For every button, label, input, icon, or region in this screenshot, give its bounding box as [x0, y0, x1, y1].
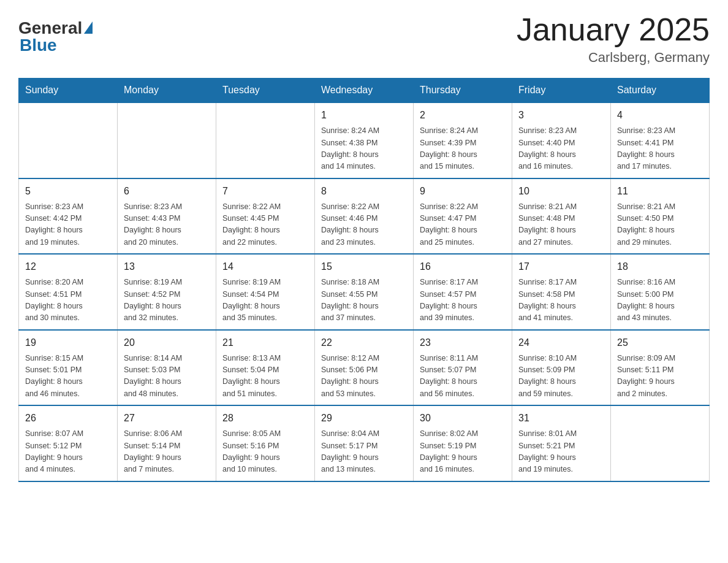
- day-of-week-header: Saturday: [611, 79, 710, 103]
- day-info: Sunrise: 8:07 AM Sunset: 5:12 PM Dayligh…: [25, 428, 111, 476]
- calendar-cell: 26Sunrise: 8:07 AM Sunset: 5:12 PM Dayli…: [19, 405, 118, 481]
- calendar-header-row: SundayMondayTuesdayWednesdayThursdayFrid…: [19, 79, 710, 103]
- day-number: 16: [420, 259, 506, 274]
- day-number: 5: [25, 184, 111, 199]
- calendar-cell: 25Sunrise: 8:09 AM Sunset: 5:11 PM Dayli…: [611, 330, 710, 406]
- calendar-cell: 2Sunrise: 8:24 AM Sunset: 4:39 PM Daylig…: [414, 102, 512, 178]
- day-info: Sunrise: 8:22 AM Sunset: 4:46 PM Dayligh…: [321, 201, 407, 249]
- day-number: 10: [518, 184, 604, 199]
- calendar-cell: 22Sunrise: 8:12 AM Sunset: 5:06 PM Dayli…: [315, 330, 414, 406]
- title-section: January 2025 Carlsberg, Germany: [517, 12, 710, 66]
- day-number: 28: [222, 411, 308, 426]
- calendar-cell: 12Sunrise: 8:20 AM Sunset: 4:51 PM Dayli…: [19, 254, 118, 330]
- day-info: Sunrise: 8:10 AM Sunset: 5:09 PM Dayligh…: [518, 353, 604, 400]
- day-info: Sunrise: 8:17 AM Sunset: 4:57 PM Dayligh…: [420, 277, 506, 324]
- day-info: Sunrise: 8:15 AM Sunset: 5:01 PM Dayligh…: [25, 353, 111, 400]
- day-info: Sunrise: 8:22 AM Sunset: 4:45 PM Dayligh…: [222, 201, 308, 249]
- day-of-week-header: Friday: [512, 79, 611, 103]
- calendar-cell: 6Sunrise: 8:23 AM Sunset: 4:43 PM Daylig…: [118, 178, 216, 255]
- calendar-cell: 9Sunrise: 8:22 AM Sunset: 4:47 PM Daylig…: [414, 178, 512, 255]
- day-of-week-header: Sunday: [19, 79, 118, 103]
- day-number: 1: [321, 108, 407, 123]
- calendar-cell: 16Sunrise: 8:17 AM Sunset: 4:57 PM Dayli…: [414, 254, 512, 330]
- day-info: Sunrise: 8:18 AM Sunset: 4:55 PM Dayligh…: [321, 277, 407, 324]
- calendar-cell: 10Sunrise: 8:21 AM Sunset: 4:48 PM Dayli…: [512, 178, 611, 255]
- logo-triangle-icon: [84, 21, 93, 34]
- calendar-cell: 23Sunrise: 8:11 AM Sunset: 5:07 PM Dayli…: [414, 330, 512, 406]
- day-info: Sunrise: 8:17 AM Sunset: 4:58 PM Dayligh…: [518, 277, 604, 324]
- calendar-cell: 24Sunrise: 8:10 AM Sunset: 5:09 PM Dayli…: [512, 330, 611, 406]
- day-info: Sunrise: 8:23 AM Sunset: 4:42 PM Dayligh…: [25, 201, 111, 249]
- month-title: January 2025: [517, 12, 710, 47]
- day-of-week-header: Monday: [118, 79, 216, 103]
- calendar-cell: 19Sunrise: 8:15 AM Sunset: 5:01 PM Dayli…: [19, 330, 118, 406]
- day-info: Sunrise: 8:01 AM Sunset: 5:21 PM Dayligh…: [518, 428, 604, 476]
- calendar-table: SundayMondayTuesdayWednesdayThursdayFrid…: [18, 78, 710, 482]
- day-number: 13: [124, 259, 210, 274]
- calendar-cell: [118, 102, 216, 178]
- day-of-week-header: Tuesday: [216, 79, 315, 103]
- calendar-week-row: 5Sunrise: 8:23 AM Sunset: 4:42 PM Daylig…: [19, 178, 710, 255]
- day-number: 26: [25, 411, 111, 426]
- day-info: Sunrise: 8:21 AM Sunset: 4:48 PM Dayligh…: [518, 201, 604, 249]
- day-number: 23: [420, 335, 506, 350]
- day-info: Sunrise: 8:05 AM Sunset: 5:16 PM Dayligh…: [222, 428, 308, 476]
- day-number: 6: [124, 184, 210, 199]
- day-number: 27: [124, 411, 210, 426]
- calendar-cell: 28Sunrise: 8:05 AM Sunset: 5:16 PM Dayli…: [216, 405, 315, 481]
- day-number: 22: [321, 335, 407, 350]
- day-info: Sunrise: 8:14 AM Sunset: 5:03 PM Dayligh…: [124, 353, 210, 400]
- day-info: Sunrise: 8:23 AM Sunset: 4:41 PM Dayligh…: [617, 125, 703, 173]
- calendar-cell: 14Sunrise: 8:19 AM Sunset: 4:54 PM Dayli…: [216, 254, 315, 330]
- calendar-cell: 30Sunrise: 8:02 AM Sunset: 5:19 PM Dayli…: [414, 405, 512, 481]
- day-number: 17: [518, 259, 604, 274]
- calendar-cell: 31Sunrise: 8:01 AM Sunset: 5:21 PM Dayli…: [512, 405, 611, 481]
- day-number: 30: [420, 411, 506, 426]
- calendar-week-row: 1Sunrise: 8:24 AM Sunset: 4:38 PM Daylig…: [19, 102, 710, 178]
- day-number: 18: [617, 259, 703, 274]
- calendar-cell: [19, 102, 118, 178]
- day-number: 31: [518, 411, 604, 426]
- calendar-cell: 27Sunrise: 8:06 AM Sunset: 5:14 PM Dayli…: [118, 405, 216, 481]
- calendar-cell: [611, 405, 710, 481]
- day-info: Sunrise: 8:24 AM Sunset: 4:39 PM Dayligh…: [420, 125, 506, 173]
- day-info: Sunrise: 8:02 AM Sunset: 5:19 PM Dayligh…: [420, 428, 506, 476]
- day-info: Sunrise: 8:20 AM Sunset: 4:51 PM Dayligh…: [25, 277, 111, 324]
- day-number: 21: [222, 335, 308, 350]
- calendar-cell: 13Sunrise: 8:19 AM Sunset: 4:52 PM Dayli…: [118, 254, 216, 330]
- calendar-cell: 21Sunrise: 8:13 AM Sunset: 5:04 PM Dayli…: [216, 330, 315, 406]
- day-number: 12: [25, 259, 111, 274]
- day-info: Sunrise: 8:19 AM Sunset: 4:52 PM Dayligh…: [124, 277, 210, 324]
- calendar-cell: 18Sunrise: 8:16 AM Sunset: 5:00 PM Dayli…: [611, 254, 710, 330]
- day-info: Sunrise: 8:23 AM Sunset: 4:43 PM Dayligh…: [124, 201, 210, 249]
- calendar-cell: 20Sunrise: 8:14 AM Sunset: 5:03 PM Dayli…: [118, 330, 216, 406]
- day-number: 24: [518, 335, 604, 350]
- day-number: 20: [124, 335, 210, 350]
- page-header: General Blue January 2025 Carlsberg, Ger…: [18, 12, 710, 66]
- day-info: Sunrise: 8:06 AM Sunset: 5:14 PM Dayligh…: [124, 428, 210, 476]
- calendar-cell: [216, 102, 315, 178]
- day-info: Sunrise: 8:04 AM Sunset: 5:17 PM Dayligh…: [321, 428, 407, 476]
- day-number: 3: [518, 108, 604, 123]
- day-info: Sunrise: 8:22 AM Sunset: 4:47 PM Dayligh…: [420, 201, 506, 249]
- calendar-cell: 5Sunrise: 8:23 AM Sunset: 4:42 PM Daylig…: [19, 178, 118, 255]
- day-info: Sunrise: 8:13 AM Sunset: 5:04 PM Dayligh…: [222, 353, 308, 400]
- day-info: Sunrise: 8:23 AM Sunset: 4:40 PM Dayligh…: [518, 125, 604, 173]
- day-number: 11: [617, 184, 703, 199]
- calendar-cell: 1Sunrise: 8:24 AM Sunset: 4:38 PM Daylig…: [315, 102, 414, 178]
- calendar-cell: 17Sunrise: 8:17 AM Sunset: 4:58 PM Dayli…: [512, 254, 611, 330]
- day-info: Sunrise: 8:11 AM Sunset: 5:07 PM Dayligh…: [420, 353, 506, 400]
- day-number: 25: [617, 335, 703, 350]
- day-of-week-header: Wednesday: [315, 79, 414, 103]
- day-number: 7: [222, 184, 308, 199]
- calendar-week-row: 12Sunrise: 8:20 AM Sunset: 4:51 PM Dayli…: [19, 254, 710, 330]
- day-number: 9: [420, 184, 506, 199]
- calendar-week-row: 26Sunrise: 8:07 AM Sunset: 5:12 PM Dayli…: [19, 405, 710, 481]
- day-number: 29: [321, 411, 407, 426]
- day-info: Sunrise: 8:16 AM Sunset: 5:00 PM Dayligh…: [617, 277, 703, 324]
- logo-blue-text: Blue: [20, 36, 57, 55]
- logo: General Blue: [18, 18, 93, 55]
- calendar-cell: 11Sunrise: 8:21 AM Sunset: 4:50 PM Dayli…: [611, 178, 710, 255]
- day-info: Sunrise: 8:09 AM Sunset: 5:11 PM Dayligh…: [617, 353, 703, 400]
- day-number: 8: [321, 184, 407, 199]
